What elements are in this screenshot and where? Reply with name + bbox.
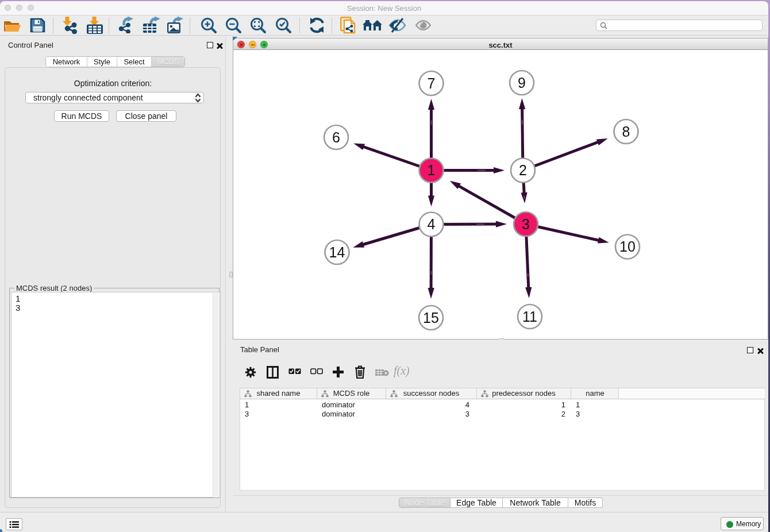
svg-text:8: 8 [622, 124, 630, 140]
svg-text:15: 15 [423, 310, 439, 326]
svg-text:1: 1 [428, 162, 436, 178]
svg-text:10: 10 [619, 238, 636, 255]
svg-text:11: 11 [522, 309, 537, 325]
svg-text:7: 7 [428, 75, 436, 91]
svg-text:4: 4 [428, 216, 436, 232]
svg-text:14: 14 [329, 244, 345, 260]
svg-text:3: 3 [522, 216, 530, 232]
svg-text:2: 2 [519, 162, 527, 178]
svg-text:6: 6 [332, 129, 340, 145]
svg-text:9: 9 [518, 75, 526, 91]
